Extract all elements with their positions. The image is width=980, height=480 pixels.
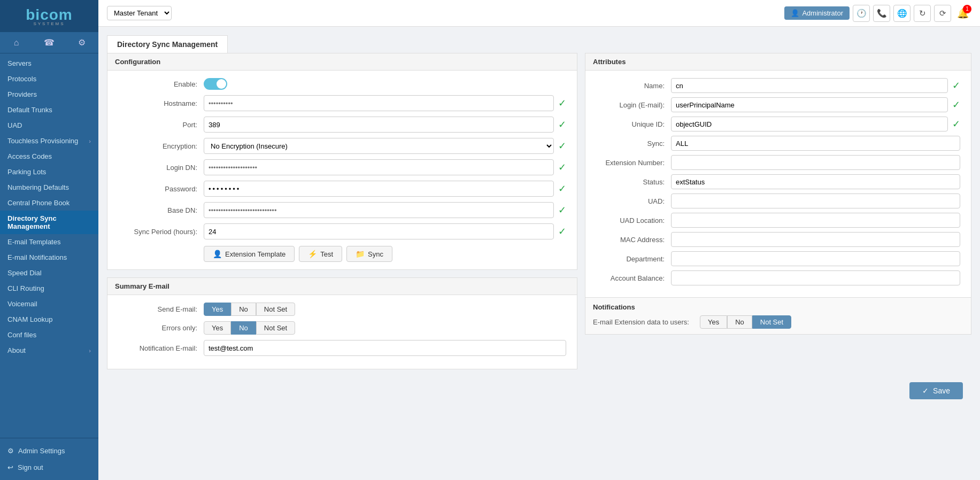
sidebar-item-parking-lots[interactable]: Parking Lots [0,164,98,180]
attr-status-row: Status: [596,174,960,189]
attr-login-row: Login (E-mail): ✓ [596,97,960,112]
right-column: Attributes Name: ✓ Login (E-mail): ✓ [585,53,971,377]
attr-name-input[interactable] [671,78,948,93]
sidebar-settings-icon[interactable]: ⚙ [66,32,98,53]
attr-mac-label: MAC Address: [596,236,671,244]
errors-only-notset[interactable]: Not Set [256,321,295,335]
attr-login-input[interactable] [671,97,948,112]
base-dn-check-icon: ✓ [558,204,566,216]
sidebar-item-access-codes[interactable]: Access Codes [0,149,98,164]
port-input[interactable] [204,117,554,133]
attr-uad-input[interactable] [671,193,960,208]
attr-balance-label: Account Balance: [596,274,671,282]
save-button[interactable]: ✓ Save [909,382,963,399]
email-ext-row: E-mail Extension data to users: Yes No N… [593,315,963,329]
notification-badge: 1 [963,5,971,13]
check-icon: ✓ [922,386,929,395]
send-email-label: Send E-mail: [118,305,204,313]
configuration-card: Configuration Enable: Hostname: [107,53,577,270]
base-dn-input[interactable] [204,202,554,218]
attr-status-input[interactable] [671,174,960,189]
attr-ext-number-input[interactable] [671,155,960,170]
errors-only-yes[interactable]: Yes [204,321,231,335]
chevron-right-icon: › [89,138,91,144]
email-ext-no[interactable]: No [727,315,752,329]
sidebar: bicom SYSTEMS ⌂ ☎ ⚙ Servers Protocols Pr… [0,0,98,480]
enable-toggle[interactable] [204,78,227,90]
sidebar-item-voicemail[interactable]: Voicemail [0,296,98,312]
attr-login-label: Login (E-mail): [596,101,671,109]
sidebar-nav: Servers Protocols Providers Default Trun… [0,53,98,438]
configuration-body: Enable: Hostname: ✓ [107,71,577,269]
summary-email-header: Summary E-mail [107,278,577,295]
attr-mac-row: MAC Address: [596,232,960,247]
hostname-check-icon: ✓ [558,97,566,109]
summary-email-card: Summary E-mail Send E-mail: Yes No Not S… [107,277,577,369]
errors-only-no[interactable]: No [231,321,256,335]
extension-template-button[interactable]: 👤 Extension Template [204,246,295,262]
globe-button[interactable]: 📞 [873,5,890,22]
sidebar-item-providers[interactable]: Providers [0,87,98,102]
send-email-no[interactable]: No [231,303,256,316]
sidebar-item-central-phone-book[interactable]: Central Phone Book [0,195,98,211]
sidebar-item-speed-dial[interactable]: Speed Dial [0,265,98,281]
sync-period-input[interactable] [204,223,554,239]
attr-uniqueid-check: ✓ [952,118,960,130]
attr-sync-input[interactable] [671,136,960,151]
sidebar-item-uad[interactable]: UAD [0,118,98,133]
admin-settings-button[interactable]: ⚙ Admin Settings [0,443,98,459]
sidebar-item-touchless-provisioning[interactable]: Touchless Provisioning › [0,133,98,149]
user-icon-btn: 👤 [213,250,222,258]
sidebar-item-cnam-lookup[interactable]: CNAM Lookup [0,312,98,327]
send-email-yes[interactable]: Yes [204,303,231,316]
attr-name-check: ✓ [952,80,960,91]
refresh-icon: ↻ [919,9,926,18]
sign-out-button[interactable]: ↩ Sign out [0,459,98,476]
attr-balance-input[interactable] [671,270,960,285]
sync-button[interactable]: ⟳ [934,5,951,22]
sidebar-item-protocols[interactable]: Protocols [0,71,98,87]
attr-mac-input[interactable] [671,232,960,247]
sidebar-item-conf-files[interactable]: Conf files [0,327,98,343]
send-email-notset[interactable]: Not Set [256,303,295,316]
attr-uad-location-input[interactable] [671,213,960,228]
globe-icon: 🌐 [897,9,907,18]
sidebar-item-servers[interactable]: Servers [0,56,98,71]
password-check-icon: ✓ [558,183,566,195]
hostname-input[interactable] [204,95,554,111]
globe2-button[interactable]: 🌐 [893,5,910,22]
email-ext-notset[interactable]: Not Set [752,315,791,329]
attr-uniqueid-input[interactable] [671,117,948,131]
sidebar-item-directory-sync-management[interactable]: Directory Sync Management [0,211,98,234]
port-label: Port: [118,121,204,129]
sidebar-item-cli-routing[interactable]: CLI Routing [0,281,98,296]
refresh-button[interactable]: ↻ [914,5,931,22]
attr-uad-location-row: UAD Location: [596,213,960,228]
sidebar-item-email-notifications[interactable]: E-mail Notifications [0,250,98,265]
sync-btn[interactable]: 📁 Sync [346,246,392,262]
test-button[interactable]: ⚡ Test [299,246,342,262]
notifications-title: Notifications [593,303,963,311]
history-button[interactable]: 🕐 [853,5,870,22]
sidebar-item-about[interactable]: About › [0,343,98,358]
tenant-select[interactable]: Master Tenant [107,6,172,20]
sidebar-item-email-templates[interactable]: E-mail Templates [0,234,98,250]
errors-only-group: Yes No Not Set [204,321,295,335]
topbar-actions: 👤 Administrator 🕐 📞 🌐 ↻ ⟳ 🔔 1 [784,5,971,22]
user-menu-button[interactable]: 👤 Administrator [784,6,850,20]
sidebar-item-default-trunks[interactable]: Default Trunks [0,102,98,118]
sidebar-phone-icon[interactable]: ☎ [33,32,65,53]
sidebar-item-numbering-defaults[interactable]: Numbering Defaults [0,180,98,195]
password-label: Password: [118,185,204,193]
summary-email-body: Send E-mail: Yes No Not Set Errors only: [107,295,577,369]
attr-dept-input[interactable] [671,251,960,266]
password-input[interactable] [204,181,554,197]
encryption-select[interactable]: No Encryption (Insecure) [204,138,554,154]
left-column: Configuration Enable: Hostname: [107,53,577,377]
errors-only-row: Errors only: Yes No Not Set [118,321,566,335]
login-dn-input[interactable] [204,159,554,175]
email-ext-yes[interactable]: Yes [700,315,727,329]
notification-email-input[interactable] [204,340,566,356]
sidebar-home-icon[interactable]: ⌂ [0,32,33,53]
notification-button[interactable]: 🔔 1 [954,5,971,22]
